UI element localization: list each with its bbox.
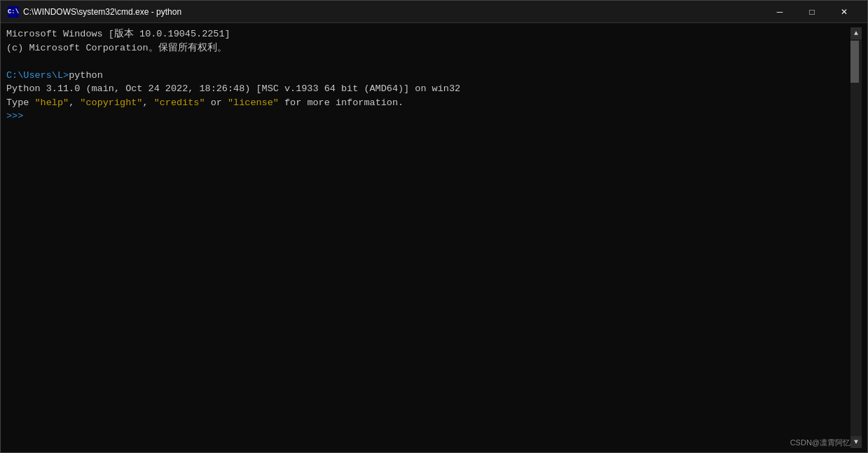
terminal-content[interactable]: Microsoft Windows [版本 10.0.19045.2251] (…	[6, 27, 850, 448]
scroll-down-button[interactable]: ▼	[850, 436, 862, 448]
help-keyword: "help"	[35, 97, 69, 108]
more-info-text: for more information.	[279, 97, 404, 108]
terminal-line-1: Microsoft Windows [版本 10.0.19045.2251]	[6, 27, 850, 41]
terminal-line-4: C:\Users\L>python	[6, 69, 850, 83]
scrollbar-track[interactable]	[850, 39, 862, 436]
terminal-line-6: Type "help", "copyright", "credits" or "…	[6, 96, 850, 110]
terminal-body: Microsoft Windows [版本 10.0.19045.2251] (…	[1, 23, 867, 452]
python-prompt: >>>	[6, 111, 29, 121]
titlebar: C:\ C:\WINDOWS\system32\cmd.exe - python…	[1, 1, 867, 23]
copyright-keyword: "copyright"	[80, 97, 142, 108]
window-title: C:\WINDOWS\system32\cmd.exe - python	[23, 7, 764, 17]
type-prefix: Type	[6, 97, 35, 108]
prompt-text: C:\Users\L>	[6, 70, 69, 81]
terminal-line-3	[6, 55, 850, 69]
or-text: or	[205, 97, 228, 108]
comma-1: ,	[69, 97, 80, 108]
credits-keyword: "credits"	[154, 97, 205, 108]
app-icon: C:\	[8, 6, 19, 18]
cmd-window: C:\ C:\WINDOWS\system32\cmd.exe - python…	[0, 0, 868, 453]
minimize-button[interactable]: ─	[764, 1, 796, 23]
terminal-line-7: >>>	[6, 109, 850, 123]
scroll-up-button[interactable]: ▲	[850, 27, 862, 39]
window-controls: ─ □ ✕	[764, 1, 860, 23]
comma-2: ,	[142, 97, 153, 108]
license-keyword: "license"	[228, 97, 279, 108]
terminal-line-5: Python 3.11.0 (main, Oct 24 2022, 18:26:…	[6, 82, 850, 96]
watermark: CSDN@凛霄阿忆	[790, 438, 850, 448]
scrollbar: ▲ ▼	[850, 27, 862, 448]
maximize-button[interactable]: □	[796, 1, 828, 23]
python-command: python	[69, 70, 103, 81]
scrollbar-thumb[interactable]	[850, 41, 859, 83]
terminal-line-2: (c) Microsoft Corporation。保留所有权利。	[6, 41, 850, 55]
close-button[interactable]: ✕	[828, 1, 860, 23]
